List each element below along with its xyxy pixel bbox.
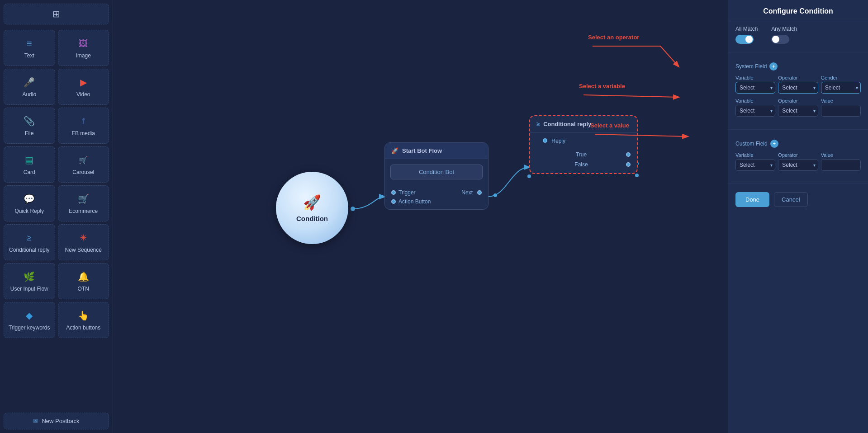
start-bot-footer: Trigger Next Action Button <box>385 185 488 209</box>
any-match-toggle[interactable]: Any Match <box>771 26 797 44</box>
video-icon: ▶ <box>77 76 90 89</box>
done-button[interactable]: Done <box>735 192 769 207</box>
any-match-thumb <box>772 36 779 43</box>
fb-icon: f <box>77 115 90 127</box>
canvas-svg <box>113 0 728 433</box>
sidebar-item-trigger[interactable]: ◆ Trigger keywords <box>4 302 55 338</box>
sidebar-item-audio[interactable]: 🎤 Audio <box>4 69 55 105</box>
quick-reply-icon: 💬 <box>23 193 36 205</box>
condition-rocket-icon: 🚀 <box>303 194 321 211</box>
cancel-button[interactable]: Cancel <box>774 192 807 207</box>
canvas: 🚀 Condition 🚀 Start Bot Flow Condition B… <box>113 0 728 433</box>
custom-variable-select[interactable]: Select <box>735 159 775 171</box>
sidebar-item-quick-reply[interactable]: 💬 Quick Reply <box>4 185 55 221</box>
card-icon: ▤ <box>23 154 36 166</box>
conditional-ports: Reply True False <box>530 132 637 173</box>
operator-select-2[interactable]: Select <box>778 105 818 117</box>
conditional-header: ≥ Conditional reply <box>530 116 637 132</box>
custom-value-input[interactable] <box>821 159 861 171</box>
conditional-reply-node[interactable]: ≥ Conditional reply Reply True False <box>529 115 638 174</box>
sidebar-item-text[interactable]: ≡ Text <box>4 30 55 66</box>
divider-3 <box>728 184 868 184</box>
gender-select-wrapper-1: Select <box>821 82 861 94</box>
sidebar-item-user-input[interactable]: 🌿 User Input Flow <box>4 263 55 299</box>
sidebar-item-new-sequence[interactable]: ✳ New Sequence <box>58 224 109 260</box>
value-input-2[interactable] <box>821 105 861 117</box>
svg-point-4 <box>635 174 639 177</box>
condition-bot-label: Condition Bot <box>419 169 454 175</box>
text-icon: ≡ <box>23 37 36 50</box>
custom-field-row-1: Variable Select Operator Select Value <box>735 152 861 171</box>
system-field-row-1: Variable Select Operator Select Gender <box>735 75 861 94</box>
condition-node[interactable]: 🚀 Condition <box>276 172 348 244</box>
grid-icon: ⊞ <box>52 9 60 19</box>
variable-select-2[interactable]: Select <box>735 105 775 117</box>
sidebar-item-conditional[interactable]: ≥ Conditional reply <box>4 224 55 260</box>
false-port-row: False <box>536 161 631 168</box>
annotation-operator-text: Select an operator <box>588 34 639 41</box>
sidebar-item-video[interactable]: ▶ Video <box>58 69 109 105</box>
carousel-icon: 🛒 <box>77 154 90 166</box>
action-port-dot <box>391 199 396 204</box>
variable-group-2: Variable Select <box>735 98 775 117</box>
right-panel-header: Configure Condition <box>728 0 868 21</box>
sidebar-item-ecommerce-label: Ecommerce <box>69 208 98 214</box>
variable-select-1[interactable]: Select <box>735 82 775 94</box>
new-postback-button[interactable]: ✉ New Postback <box>4 413 109 429</box>
trigger-icon: ◆ <box>23 309 36 322</box>
operator-group-1: Operator Select <box>778 75 818 94</box>
sidebar-top-button[interactable]: ⊞ <box>4 4 109 24</box>
sidebar-item-video-label: Video <box>76 91 90 98</box>
all-match-switch[interactable] <box>735 35 754 44</box>
svg-point-2 <box>527 174 531 178</box>
sidebar-item-ecommerce[interactable]: 🛒 Ecommerce <box>58 185 109 221</box>
conditional-header-icon: ≥ <box>536 121 540 127</box>
system-field-section: System Field + Variable Select Operator … <box>728 56 868 126</box>
right-panel: Configure Condition All Match Any Match … <box>728 0 868 433</box>
custom-field-add-button[interactable]: + <box>770 140 778 148</box>
sidebar-item-action-buttons[interactable]: 👆 Action buttons <box>58 302 109 338</box>
annotation-variable: Select a variable <box>579 83 688 104</box>
variable-group-1: Variable Select <box>735 75 775 94</box>
operator-label-2: Operator <box>778 98 818 104</box>
any-match-label: Any Match <box>771 26 797 32</box>
operator-select-wrapper-2: Select <box>778 105 818 117</box>
new-sequence-icon: ✳ <box>77 231 90 244</box>
any-match-switch[interactable] <box>771 35 789 44</box>
condition-bot-button[interactable]: Condition Bot <box>390 165 483 179</box>
sidebar-item-fb-media[interactable]: f FB media <box>58 108 109 144</box>
sidebar-item-carousel[interactable]: 🛒 Carousel <box>58 146 109 183</box>
gender-select-1[interactable]: Select <box>821 82 861 94</box>
true-port-label: True <box>576 151 587 158</box>
trigger-port-dot <box>391 190 396 195</box>
audio-icon: 🎤 <box>23 76 36 89</box>
custom-operator-select-wrapper: Select <box>778 159 818 171</box>
all-match-toggle[interactable]: All Match <box>735 26 758 44</box>
ecommerce-icon: 🛒 <box>77 193 90 205</box>
new-postback-label: New Postback <box>42 418 79 424</box>
system-field-label: System Field <box>735 63 767 70</box>
action-buttons-icon: 👆 <box>77 309 90 322</box>
annotation-operator: Select an operator <box>588 34 688 69</box>
system-field-add-button[interactable]: + <box>769 62 778 71</box>
sidebar-item-file[interactable]: 📎 File <box>4 108 55 144</box>
operator-select-1[interactable]: Select <box>778 82 818 94</box>
sidebar-item-card[interactable]: ▤ Card <box>4 146 55 183</box>
custom-variable-label: Variable <box>735 152 775 158</box>
start-bot-node[interactable]: 🚀 Start Bot Flow Condition Bot Trigger N… <box>384 142 489 210</box>
variable-label-1: Variable <box>735 75 775 80</box>
start-bot-header-label: Start Bot Flow <box>402 147 442 154</box>
condition-node-label: Condition <box>296 215 328 222</box>
sidebar-item-otn[interactable]: 🔔 OTN <box>58 263 109 299</box>
sidebar-item-image[interactable]: 🖼 Image <box>58 30 109 66</box>
value-label-2: Value <box>821 98 861 104</box>
reply-label: Reply <box>536 138 631 148</box>
operator-label-1: Operator <box>778 75 818 80</box>
custom-operator-select[interactable]: Select <box>778 159 818 171</box>
variable-label-2: Variable <box>735 98 775 104</box>
start-bot-header: 🚀 Start Bot Flow <box>385 143 488 159</box>
conditional-icon: ≥ <box>23 231 36 244</box>
all-match-thumb <box>745 36 753 43</box>
custom-field-label: Custom Field <box>735 141 768 147</box>
action-port: Action Button <box>391 198 482 205</box>
